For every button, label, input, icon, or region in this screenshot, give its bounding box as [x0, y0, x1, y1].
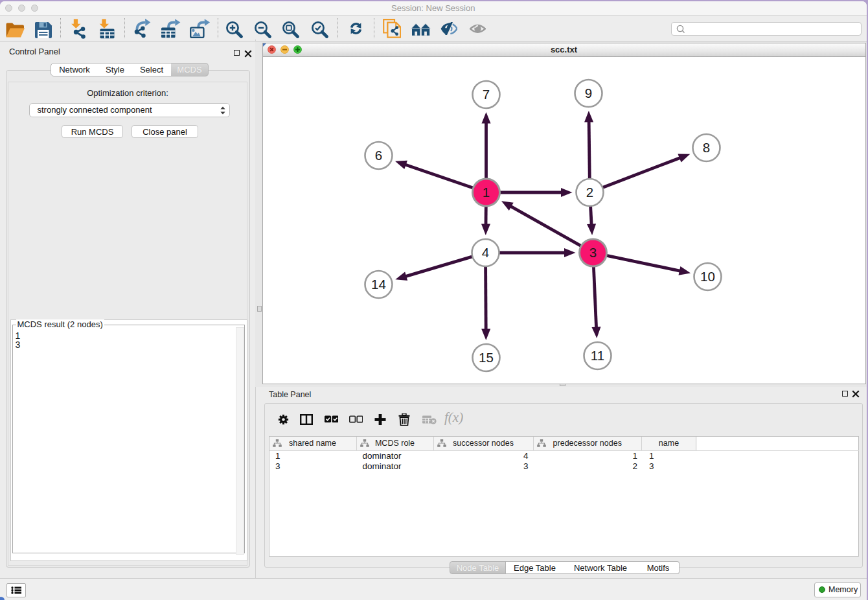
svg-text:2: 2	[586, 185, 593, 200]
svg-text:6: 6	[374, 148, 382, 163]
svg-text:14: 14	[371, 277, 386, 292]
svg-text:7: 7	[482, 87, 489, 102]
svg-text:1: 1	[482, 185, 489, 200]
svg-text:3: 3	[589, 245, 596, 260]
svg-text:15: 15	[479, 350, 494, 365]
svg-text:4: 4	[481, 245, 488, 260]
svg-text:9: 9	[584, 86, 591, 100]
svg-text:11: 11	[590, 348, 604, 363]
svg-text:8: 8	[702, 140, 709, 155]
svg-text:10: 10	[700, 269, 715, 284]
